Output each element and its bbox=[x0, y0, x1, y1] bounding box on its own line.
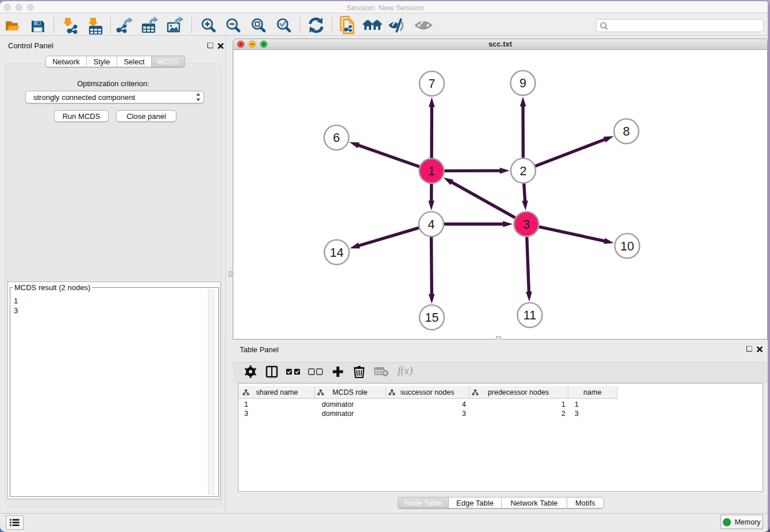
svg-text:7: 7 bbox=[429, 77, 436, 91]
svg-text:8: 8 bbox=[623, 125, 630, 138]
svg-text:15: 15 bbox=[425, 311, 439, 325]
svg-text:1: 1 bbox=[428, 164, 435, 178]
svg-text:4: 4 bbox=[428, 218, 435, 232]
svg-text:14: 14 bbox=[330, 246, 344, 260]
svg-text:2: 2 bbox=[520, 164, 527, 178]
svg-text:10: 10 bbox=[621, 240, 634, 253]
svg-text:11: 11 bbox=[523, 309, 536, 322]
svg-text:6: 6 bbox=[333, 131, 340, 145]
svg-text:3: 3 bbox=[523, 218, 530, 232]
svg-text:9: 9 bbox=[519, 76, 526, 90]
